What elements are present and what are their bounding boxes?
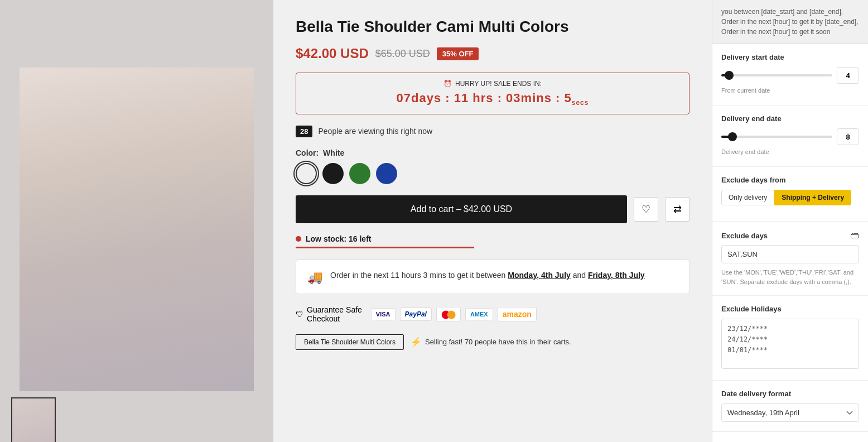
delivery-start-sublabel: From current date	[721, 87, 859, 94]
left-panel	[0, 0, 273, 442]
exclude-days-label: Exclude days	[721, 232, 768, 240]
delivery-start-label: Delivery start date	[721, 53, 859, 61]
exclude-days-from-label: Exclude days from	[721, 176, 859, 184]
exclude-days-section: Exclude days 🗃 Use the 'MON','TUE','WED'…	[712, 222, 868, 296]
truck-icon: 🚚	[307, 270, 322, 285]
exclude-holidays-label: Exclude Holidays	[721, 305, 859, 313]
visa-icon: VISA	[371, 308, 396, 320]
exclude-days-hint: Use the 'MON','TUE','WED','THU','FRI','S…	[721, 268, 859, 286]
color-swatches	[296, 163, 689, 184]
delivery-end-label: Delivery end date	[721, 114, 859, 123]
stock-bar	[296, 247, 474, 248]
selling-fast-text: ⚡ Selling fast! 70 people have this in t…	[411, 337, 571, 347]
delivery-text: Order in the next 11 hours 3 mins to get…	[330, 269, 645, 281]
viewers-row: 28 People are viewing this right now	[296, 126, 689, 137]
center-panel: Bella Tie Shoulder Cami Multi Colors $42…	[273, 0, 712, 442]
holidays-textarea[interactable]: 23/12/**** 24/12/**** 01/01/****	[721, 319, 859, 369]
low-stock-dot	[296, 236, 301, 242]
delivery-date2[interactable]: Friday, 8th July	[588, 271, 645, 280]
sale-timer-label: ⏰ HURRY UP! SALE ENDS IN:	[443, 80, 542, 88]
color-swatch-white[interactable]	[296, 163, 317, 184]
price-original: $65.00 USD	[375, 48, 430, 60]
amazon-icon: amazon	[498, 307, 537, 321]
date-format-select[interactable]: Wednesday, 19th April	[721, 403, 859, 422]
price-current: $42.00 USD	[296, 46, 369, 61]
delivery-end-value[interactable]: 8	[837, 128, 859, 145]
delivery-end-track[interactable]	[721, 136, 832, 138]
share-icon: ⇄	[673, 203, 682, 215]
color-swatch-blue[interactable]	[376, 163, 397, 184]
model-photo	[20, 68, 254, 391]
delivery-box: 🚚 Order in the next 11 hours 3 mins to g…	[296, 260, 689, 294]
price-row: $42.00 USD $65.00 USD 35% OFF	[296, 46, 689, 61]
delivery-start-track[interactable]	[721, 74, 832, 76]
add-to-cart-button[interactable]: Add to cart – $42.00 USD	[296, 195, 627, 223]
only-delivery-toggle[interactable]: Only delivery	[721, 190, 774, 205]
product-tag[interactable]: Bella Tie Shoulder Multi Colors	[296, 334, 404, 350]
guarantee-text: 🛡 Guarantee SafeCheckout	[296, 305, 362, 323]
delivery-end-section: Delivery end date 8 Delivery end date	[712, 105, 868, 167]
main-product-image	[20, 68, 254, 391]
delivery-start-slider-row: 4	[721, 67, 859, 84]
product-title: Bella Tie Shoulder Cami Multi Colors	[296, 17, 689, 37]
color-swatch-black[interactable]	[322, 163, 344, 184]
paypal-icon: PayPal	[400, 308, 432, 321]
color-swatch-green[interactable]	[349, 163, 370, 184]
clock-icon: ⏰	[443, 80, 452, 88]
timer-display: 07days : 11 hrs : 03mins : 5secs	[397, 91, 589, 107]
exclude-days-input[interactable]	[721, 245, 859, 263]
viewers-text: People are viewing this right now	[318, 127, 432, 136]
exclude-days-from-section: Exclude days from Only delivery Shipping…	[712, 167, 868, 222]
viewers-count: 28	[296, 126, 312, 137]
remove-block-button[interactable]: 🗑 Remove block	[712, 431, 868, 442]
discount-badge: 35% OFF	[437, 47, 479, 60]
delivery-start-value[interactable]: 4	[837, 67, 859, 84]
delivery-end-slider-row: 8	[721, 128, 859, 145]
database-icon[interactable]: 🗃	[850, 230, 859, 241]
date-format-section: Date delivery format Wednesday, 19th Apr…	[712, 381, 868, 431]
low-stock-row: Low stock: 16 left	[296, 234, 689, 243]
share-button[interactable]: ⇄	[665, 197, 689, 222]
heart-icon: ♡	[642, 203, 650, 215]
delivery-start-section: Delivery start date 4 From current date	[712, 44, 868, 105]
wishlist-button[interactable]: ♡	[634, 197, 658, 222]
mastercard-icon: ⬤⬤	[436, 307, 461, 321]
color-section: Color: White	[296, 148, 689, 184]
delivery-date1[interactable]: Monday, 4th July	[508, 271, 571, 280]
delivery-end-sublabel: Delivery end date	[721, 148, 859, 155]
exclude-days-header: Exclude days 🗃	[721, 230, 859, 241]
payment-icons: VISA PayPal ⬤⬤ AMEX amazon	[371, 307, 537, 321]
shield-icon: 🛡	[296, 310, 303, 319]
template-text-info: you between [date_start] and [date_end],…	[712, 0, 868, 44]
product-tag-row: Bella Tie Shoulder Multi Colors ⚡ Sellin…	[296, 334, 689, 350]
right-panel: you between [date_start] and [date_end],…	[712, 0, 868, 442]
date-format-label: Date delivery format	[721, 390, 859, 398]
thumbnail-strip	[11, 397, 56, 442]
amex-icon: AMEX	[465, 308, 493, 320]
delivery-start-thumb[interactable]	[725, 71, 734, 80]
exclude-toggle-group: Only delivery Shipping + Delivery	[721, 190, 859, 205]
color-selected: White	[323, 148, 344, 157]
lightning-icon: ⚡	[411, 337, 422, 347]
sale-timer-box: ⏰ HURRY UP! SALE ENDS IN: 07days : 11 hr…	[296, 73, 689, 114]
low-stock-text: Low stock: 16 left	[306, 234, 371, 243]
add-to-cart-row: Add to cart – $42.00 USD ♡ ⇄	[296, 195, 689, 223]
shipping-delivery-toggle[interactable]: Shipping + Delivery	[774, 190, 851, 205]
delivery-end-thumb[interactable]	[728, 132, 737, 141]
guarantee-row: 🛡 Guarantee SafeCheckout VISA PayPal ⬤⬤ …	[296, 305, 689, 323]
exclude-holidays-section: Exclude Holidays 23/12/**** 24/12/**** 0…	[712, 296, 868, 381]
color-label: Color: White	[296, 148, 689, 157]
thumbnail-image[interactable]	[11, 397, 56, 442]
